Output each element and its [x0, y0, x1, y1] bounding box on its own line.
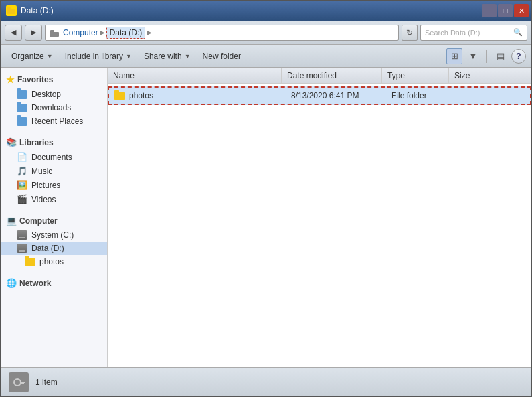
organize-chevron: ▼ [47, 53, 53, 60]
sidebar-item-desktop[interactable]: Desktop [1, 88, 107, 101]
music-icon: 🎵 [17, 166, 27, 176]
share-with-label: Share with [144, 52, 182, 61]
documents-label: Documents [31, 153, 72, 162]
status-bar: 1 item [1, 367, 531, 396]
minimize-button[interactable]: ─ [482, 4, 497, 17]
search-placeholder: Search Data (D:) [425, 29, 480, 37]
toolbar-right: ⊞ ▼ ▤ ? [446, 48, 526, 64]
file-list-area: Name Date modified Type Size photos [108, 68, 531, 367]
preview-pane-button[interactable]: ▤ [493, 48, 509, 64]
photos-sidebar-label: photos [39, 257, 64, 266]
key-icon [12, 376, 25, 389]
title-bar-left: Data (D:) [6, 5, 54, 16]
system-c-label: System (C:) [31, 230, 74, 240]
sidebar-item-pictures[interactable]: 🖼️ Pictures [1, 178, 107, 192]
sidebar-item-downloads[interactable]: Downloads [1, 101, 107, 114]
views-button[interactable]: ⊞ [446, 48, 462, 64]
favorites-icon: ★ [6, 74, 15, 85]
svg-rect-3 [50, 32, 59, 37]
back-button[interactable]: ◀ [5, 25, 22, 41]
sidebar-section-favorites[interactable]: ★ Favorites [1, 72, 107, 88]
breadcrumb-sep-2: ▶ [147, 29, 152, 36]
file-date-cell: 8/13/2020 6:41 PM [286, 91, 386, 100]
sidebar-item-photos[interactable]: photos [1, 255, 107, 268]
help-button[interactable]: ? [511, 49, 526, 64]
breadcrumb-icon [50, 29, 59, 37]
toolbar-divider [486, 50, 487, 63]
file-date: 8/13/2020 6:41 PM [291, 91, 359, 100]
recent-places-label: Recent Places [31, 116, 83, 126]
pictures-label: Pictures [31, 181, 60, 190]
file-row-photos[interactable]: photos 8/13/2020 6:41 PM File folder [108, 86, 531, 105]
status-item-count: 1 item [35, 378, 58, 387]
sidebar-item-videos[interactable]: 🎬 Videos [1, 192, 107, 206]
downloads-icon [17, 104, 27, 112]
window-icon [6, 5, 17, 16]
sidebar-item-recent-places[interactable]: Recent Places [1, 114, 107, 128]
photos-sidebar-icon [25, 258, 35, 266]
organize-label: Organize [11, 52, 44, 61]
documents-icon: 📄 [17, 152, 27, 162]
pictures-icon: 🖼️ [17, 180, 27, 190]
search-box[interactable]: Search Data (D:) 🔍 [420, 25, 527, 41]
svg-point-4 [14, 379, 21, 386]
desktop-label: Desktop [31, 90, 61, 99]
col-header-size[interactable]: Size [449, 68, 531, 83]
sidebar-item-documents[interactable]: 📄 Documents [1, 150, 107, 164]
col-header-name[interactable]: Name [108, 68, 282, 83]
main-content: ★ Favorites Desktop Downloads Recent Pla… [1, 68, 531, 367]
sidebar-section-network[interactable]: 🌐 Network [1, 275, 107, 291]
refresh-button[interactable]: ↻ [402, 25, 418, 41]
col-header-type[interactable]: Type [382, 68, 449, 83]
include-library-chevron: ▼ [126, 53, 132, 60]
libraries-icon: 📚 [6, 137, 17, 147]
file-name-cell: photos [112, 91, 286, 100]
title-bar-buttons: ─ □ ✕ [482, 4, 529, 17]
file-type-cell: File folder [386, 91, 453, 100]
desktop-icon [17, 90, 27, 99]
include-library-label: Include in library [65, 52, 123, 61]
data-d-label: Data (D:) [31, 244, 64, 253]
share-with-chevron: ▼ [185, 53, 191, 60]
file-type: File folder [391, 91, 427, 100]
svg-rect-0 [7, 9, 15, 14]
recent-places-icon [17, 117, 27, 126]
share-with-button[interactable]: Share with ▼ [139, 48, 196, 65]
sidebar: ★ Favorites Desktop Downloads Recent Pla… [1, 68, 108, 367]
new-folder-label: New folder [203, 52, 241, 61]
file-list: photos 8/13/2020 6:41 PM File folder [108, 84, 531, 367]
favorites-label: Favorites [17, 75, 53, 84]
include-library-button[interactable]: Include in library ▼ [60, 48, 137, 65]
file-folder-icon [114, 92, 125, 100]
videos-icon: 🎬 [17, 194, 27, 204]
music-label: Music [31, 167, 52, 176]
column-headers: Name Date modified Type Size [108, 68, 531, 84]
sidebar-section-libraries[interactable]: 📚 Libraries [1, 135, 107, 150]
videos-label: Videos [31, 195, 56, 204]
views-dropdown-button[interactable]: ▼ [465, 48, 481, 64]
maximize-button[interactable]: □ [498, 4, 513, 17]
system-c-icon [17, 230, 27, 240]
computer-icon: 💻 [6, 216, 17, 226]
organize-button[interactable]: Organize ▼ [6, 48, 58, 65]
sidebar-section-computer[interactable]: 💻 Computer [1, 213, 107, 228]
close-button[interactable]: ✕ [514, 4, 529, 17]
status-icon [9, 372, 29, 392]
svg-rect-1 [7, 7, 11, 9]
search-icon[interactable]: 🔍 [513, 28, 523, 37]
forward-button[interactable]: ▶ [25, 25, 42, 41]
new-folder-button[interactable]: New folder [197, 48, 246, 65]
sidebar-item-system-c[interactable]: System (C:) [1, 228, 107, 242]
network-label: Network [19, 279, 51, 288]
network-icon: 🌐 [6, 278, 17, 288]
computer-label: Computer [19, 216, 58, 226]
data-d-icon [17, 244, 27, 253]
breadcrumb[interactable]: Computer ▶ Data (D:) ▶ [45, 25, 399, 41]
libraries-label: Libraries [19, 138, 54, 147]
breadcrumb-computer[interactable]: Computer [63, 28, 98, 37]
breadcrumb-active[interactable]: Data (D:) [106, 27, 146, 39]
toolbar: Organize ▼ Include in library ▼ Share wi… [1, 45, 531, 68]
col-header-date[interactable]: Date modified [282, 68, 382, 83]
sidebar-item-music[interactable]: 🎵 Music [1, 164, 107, 178]
sidebar-item-data-d[interactable]: Data (D:) [1, 242, 107, 255]
